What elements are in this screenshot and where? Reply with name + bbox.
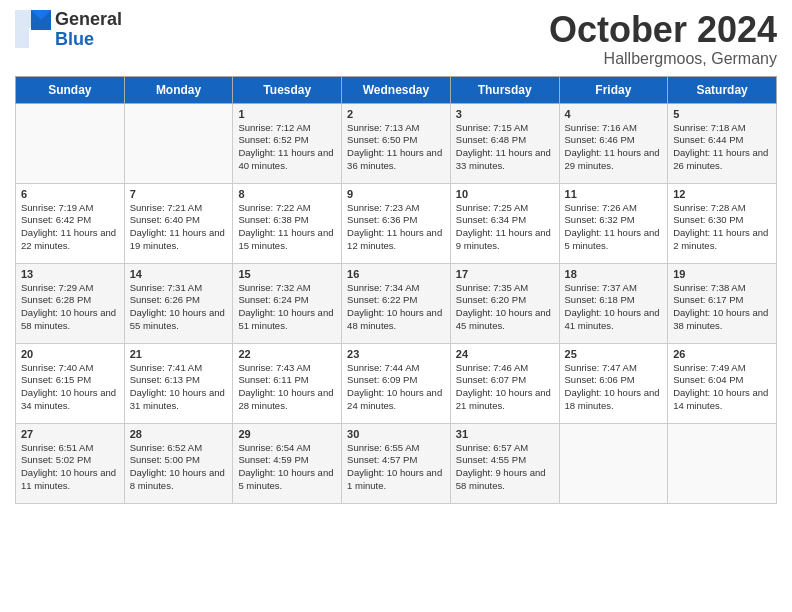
day-cell: 9Sunrise: 7:23 AM Sunset: 6:36 PM Daylig… (342, 183, 451, 263)
day-info: Sunrise: 7:47 AM Sunset: 6:06 PM Dayligh… (565, 362, 663, 413)
day-number: 20 (21, 348, 119, 360)
day-number: 12 (673, 188, 771, 200)
week-row-3: 20Sunrise: 7:40 AM Sunset: 6:15 PM Dayli… (16, 343, 777, 423)
day-number: 29 (238, 428, 336, 440)
col-wednesday: Wednesday (342, 76, 451, 103)
day-number: 3 (456, 108, 554, 120)
day-cell: 16Sunrise: 7:34 AM Sunset: 6:22 PM Dayli… (342, 263, 451, 343)
col-sunday: Sunday (16, 76, 125, 103)
day-cell: 30Sunrise: 6:55 AM Sunset: 4:57 PM Dayli… (342, 423, 451, 503)
day-info: Sunrise: 7:32 AM Sunset: 6:24 PM Dayligh… (238, 282, 336, 333)
header-row: Sunday Monday Tuesday Wednesday Thursday… (16, 76, 777, 103)
day-info: Sunrise: 7:37 AM Sunset: 6:18 PM Dayligh… (565, 282, 663, 333)
day-cell: 26Sunrise: 7:49 AM Sunset: 6:04 PM Dayli… (668, 343, 777, 423)
logo: General Blue (15, 10, 122, 50)
day-cell: 19Sunrise: 7:38 AM Sunset: 6:17 PM Dayli… (668, 263, 777, 343)
day-info: Sunrise: 7:22 AM Sunset: 6:38 PM Dayligh… (238, 202, 336, 253)
day-number: 30 (347, 428, 445, 440)
day-number: 4 (565, 108, 663, 120)
main-container: General Blue October 2024 Hallbergmoos, … (0, 0, 792, 519)
day-cell (124, 103, 233, 183)
location: Hallbergmoos, Germany (549, 50, 777, 68)
day-cell: 7Sunrise: 7:21 AM Sunset: 6:40 PM Daylig… (124, 183, 233, 263)
day-info: Sunrise: 7:26 AM Sunset: 6:32 PM Dayligh… (565, 202, 663, 253)
day-cell: 29Sunrise: 6:54 AM Sunset: 4:59 PM Dayli… (233, 423, 342, 503)
day-info: Sunrise: 7:13 AM Sunset: 6:50 PM Dayligh… (347, 122, 445, 173)
day-cell: 8Sunrise: 7:22 AM Sunset: 6:38 PM Daylig… (233, 183, 342, 263)
logo-blue-text: Blue (55, 30, 122, 50)
col-friday: Friday (559, 76, 668, 103)
day-number: 10 (456, 188, 554, 200)
day-cell (668, 423, 777, 503)
day-info: Sunrise: 7:18 AM Sunset: 6:44 PM Dayligh… (673, 122, 771, 173)
day-cell: 13Sunrise: 7:29 AM Sunset: 6:28 PM Dayli… (16, 263, 125, 343)
week-row-4: 27Sunrise: 6:51 AM Sunset: 5:02 PM Dayli… (16, 423, 777, 503)
day-info: Sunrise: 6:52 AM Sunset: 5:00 PM Dayligh… (130, 442, 228, 493)
col-thursday: Thursday (450, 76, 559, 103)
day-cell: 14Sunrise: 7:31 AM Sunset: 6:26 PM Dayli… (124, 263, 233, 343)
week-row-1: 6Sunrise: 7:19 AM Sunset: 6:42 PM Daylig… (16, 183, 777, 263)
day-cell (16, 103, 125, 183)
logo-icon (15, 10, 51, 50)
day-info: Sunrise: 6:51 AM Sunset: 5:02 PM Dayligh… (21, 442, 119, 493)
day-info: Sunrise: 7:16 AM Sunset: 6:46 PM Dayligh… (565, 122, 663, 173)
day-number: 26 (673, 348, 771, 360)
day-number: 25 (565, 348, 663, 360)
day-number: 11 (565, 188, 663, 200)
day-number: 5 (673, 108, 771, 120)
day-number: 14 (130, 268, 228, 280)
day-info: Sunrise: 6:57 AM Sunset: 4:55 PM Dayligh… (456, 442, 554, 493)
day-number: 2 (347, 108, 445, 120)
day-cell: 31Sunrise: 6:57 AM Sunset: 4:55 PM Dayli… (450, 423, 559, 503)
title-block: October 2024 Hallbergmoos, Germany (549, 10, 777, 68)
day-number: 27 (21, 428, 119, 440)
day-info: Sunrise: 7:41 AM Sunset: 6:13 PM Dayligh… (130, 362, 228, 413)
day-cell: 15Sunrise: 7:32 AM Sunset: 6:24 PM Dayli… (233, 263, 342, 343)
calendar-body: 1Sunrise: 7:12 AM Sunset: 6:52 PM Daylig… (16, 103, 777, 503)
day-cell: 24Sunrise: 7:46 AM Sunset: 6:07 PM Dayli… (450, 343, 559, 423)
day-cell (559, 423, 668, 503)
day-cell: 5Sunrise: 7:18 AM Sunset: 6:44 PM Daylig… (668, 103, 777, 183)
day-number: 13 (21, 268, 119, 280)
day-number: 15 (238, 268, 336, 280)
day-cell: 4Sunrise: 7:16 AM Sunset: 6:46 PM Daylig… (559, 103, 668, 183)
day-cell: 28Sunrise: 6:52 AM Sunset: 5:00 PM Dayli… (124, 423, 233, 503)
day-cell: 6Sunrise: 7:19 AM Sunset: 6:42 PM Daylig… (16, 183, 125, 263)
day-info: Sunrise: 7:21 AM Sunset: 6:40 PM Dayligh… (130, 202, 228, 253)
col-tuesday: Tuesday (233, 76, 342, 103)
day-cell: 2Sunrise: 7:13 AM Sunset: 6:50 PM Daylig… (342, 103, 451, 183)
day-number: 9 (347, 188, 445, 200)
day-cell: 22Sunrise: 7:43 AM Sunset: 6:11 PM Dayli… (233, 343, 342, 423)
logo-general-text: General (55, 10, 122, 30)
day-info: Sunrise: 6:54 AM Sunset: 4:59 PM Dayligh… (238, 442, 336, 493)
day-number: 16 (347, 268, 445, 280)
day-info: Sunrise: 7:15 AM Sunset: 6:48 PM Dayligh… (456, 122, 554, 173)
col-monday: Monday (124, 76, 233, 103)
header: General Blue October 2024 Hallbergmoos, … (15, 10, 777, 68)
day-cell: 23Sunrise: 7:44 AM Sunset: 6:09 PM Dayli… (342, 343, 451, 423)
day-cell: 10Sunrise: 7:25 AM Sunset: 6:34 PM Dayli… (450, 183, 559, 263)
day-number: 6 (21, 188, 119, 200)
day-number: 31 (456, 428, 554, 440)
month-title: October 2024 (549, 10, 777, 50)
day-info: Sunrise: 7:23 AM Sunset: 6:36 PM Dayligh… (347, 202, 445, 253)
day-cell: 25Sunrise: 7:47 AM Sunset: 6:06 PM Dayli… (559, 343, 668, 423)
day-number: 7 (130, 188, 228, 200)
day-number: 19 (673, 268, 771, 280)
day-info: Sunrise: 7:43 AM Sunset: 6:11 PM Dayligh… (238, 362, 336, 413)
day-info: Sunrise: 7:28 AM Sunset: 6:30 PM Dayligh… (673, 202, 771, 253)
day-number: 24 (456, 348, 554, 360)
day-cell: 18Sunrise: 7:37 AM Sunset: 6:18 PM Dayli… (559, 263, 668, 343)
day-number: 18 (565, 268, 663, 280)
day-info: Sunrise: 7:46 AM Sunset: 6:07 PM Dayligh… (456, 362, 554, 413)
calendar-header: Sunday Monday Tuesday Wednesday Thursday… (16, 76, 777, 103)
day-number: 28 (130, 428, 228, 440)
day-number: 1 (238, 108, 336, 120)
day-number: 23 (347, 348, 445, 360)
day-cell: 17Sunrise: 7:35 AM Sunset: 6:20 PM Dayli… (450, 263, 559, 343)
day-info: Sunrise: 7:29 AM Sunset: 6:28 PM Dayligh… (21, 282, 119, 333)
day-number: 22 (238, 348, 336, 360)
day-number: 21 (130, 348, 228, 360)
day-info: Sunrise: 7:12 AM Sunset: 6:52 PM Dayligh… (238, 122, 336, 173)
day-info: Sunrise: 7:40 AM Sunset: 6:15 PM Dayligh… (21, 362, 119, 413)
